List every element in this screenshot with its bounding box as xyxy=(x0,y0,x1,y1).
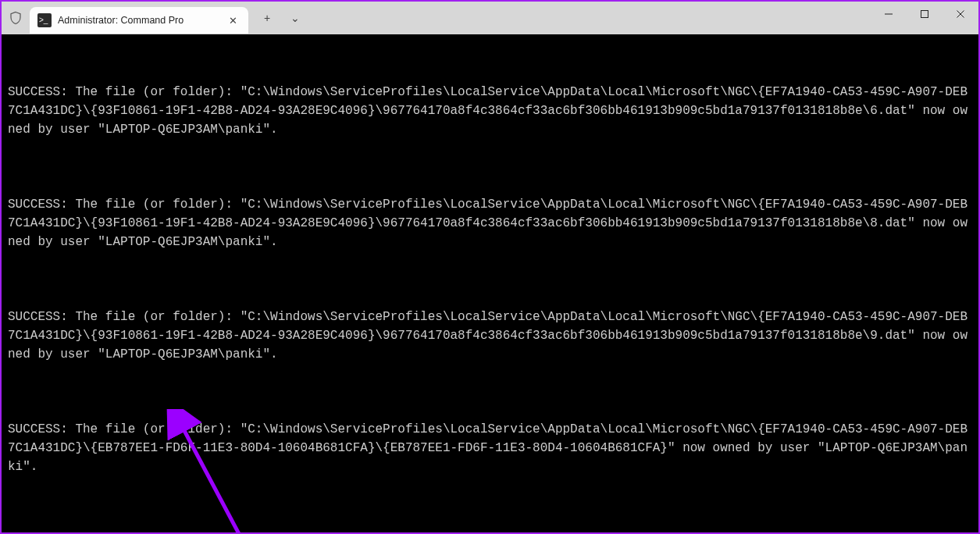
output-line: SUCCESS: The file (or folder): "C:\Windo… xyxy=(8,308,972,364)
output-line: SUCCESS: The file (or folder): "C:\Windo… xyxy=(8,195,972,251)
shield-icon xyxy=(8,10,23,26)
tab-dropdown-button[interactable]: ⌄ xyxy=(283,7,308,29)
close-button[interactable] xyxy=(943,2,978,27)
svg-rect-1 xyxy=(921,11,928,18)
maximize-button[interactable] xyxy=(907,2,943,27)
new-tab-button[interactable]: + xyxy=(255,7,280,29)
window-controls xyxy=(871,2,978,27)
terminal-window: >_ Administrator: Command Pro ✕ + ⌄ SUCC… xyxy=(0,0,980,534)
command-prompt-icon: >_ xyxy=(37,13,52,27)
tab-strip-controls: + ⌄ xyxy=(255,2,308,34)
titlebar: >_ Administrator: Command Pro ✕ + ⌄ xyxy=(2,2,978,34)
tab-close-button[interactable]: ✕ xyxy=(225,12,241,28)
terminal-output[interactable]: SUCCESS: The file (or folder): "C:\Windo… xyxy=(2,34,978,532)
output-line: SUCCESS: The file (or folder): "C:\Windo… xyxy=(8,420,972,476)
titlebar-left: >_ Administrator: Command Pro ✕ + ⌄ xyxy=(2,2,308,34)
output-line: SUCCESS: The file (or folder): "C:\Windo… xyxy=(8,83,972,139)
tab-active[interactable]: >_ Administrator: Command Pro ✕ xyxy=(30,7,248,34)
tab-title: Administrator: Command Pro xyxy=(58,15,225,26)
minimize-button[interactable] xyxy=(871,2,907,27)
